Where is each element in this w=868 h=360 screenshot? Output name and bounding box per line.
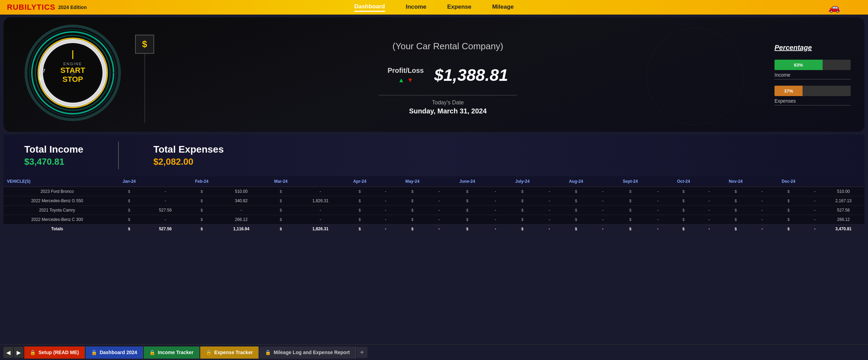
tab-setup-lock: 🔒 (30, 350, 36, 355)
income-bar-item: 63% Income (774, 60, 851, 79)
arrow-up-icon: ▲ (398, 77, 404, 84)
stop-text: STOP (60, 75, 85, 84)
tab-expense[interactable]: 🔒 Expense Tracker (200, 346, 259, 359)
start-text: START (60, 66, 85, 75)
engine-text-area: ENGINE START STOP (60, 62, 85, 84)
expenses-bar-label: Expenses (774, 98, 851, 105)
nav-income[interactable]: Income (406, 3, 426, 11)
col-jul: July-24 (503, 176, 542, 187)
col-jan: Jan-24 (111, 176, 148, 187)
bottom-tabs: ◀ ▶ 🔒 Setup (READ ME) 🔒 Dashboard 2024 🔒… (0, 344, 868, 360)
col-dollar-mar (299, 176, 342, 187)
table-row: 2022 Mercedes-Benz G 550$-$340.82$1,826.… (3, 196, 865, 206)
stats-row: Total Income $3,470.81 Total Expenses $2… (3, 135, 865, 176)
vehicle-cell: 2021 Toyota Camry (3, 206, 111, 215)
tab-setup[interactable]: 🔒 Setup (READ ME) (24, 346, 85, 359)
nav-dashboard[interactable]: Dashboard (354, 3, 385, 12)
col-nov: Nov-24 (717, 176, 754, 187)
stat-divider (118, 142, 119, 169)
dollar-icon: $ (142, 39, 147, 50)
totals-label: Totals (3, 224, 111, 234)
col-dollar-nov (755, 176, 770, 187)
col-vehicle: VEHICLE(S) (3, 176, 111, 187)
col-dollar-dec (807, 176, 823, 187)
total-expenses-label: Total Expenses (153, 144, 224, 155)
col-dollar-apr (378, 176, 393, 187)
tab-dashboard-label: Dashboard 2024 (100, 350, 137, 355)
col-sep: Sept-24 (610, 176, 650, 187)
tab-dashboard[interactable]: 🔒 Dashboard 2024 (86, 346, 143, 359)
today-date: Sunday, March 31, 2024 (379, 107, 517, 115)
tab-income-lock: 🔒 (149, 350, 155, 355)
tab-income[interactable]: 🔒 Income Tracker (144, 346, 200, 359)
vertical-divider (144, 54, 145, 123)
col-dec: Dec-24 (770, 176, 807, 187)
tab-dashboard-lock: 🔒 (91, 350, 97, 355)
total-income-label: Total Income (24, 144, 83, 155)
tab-setup-label: Setup (READ ME) (38, 350, 79, 355)
brand-name: RUBILYTICS (7, 3, 55, 12)
profit-amount: $1,388.81 (434, 66, 508, 85)
percentage-section: Percentage 63% Income 37% Expenses (774, 44, 865, 105)
income-bar-label: Income (774, 72, 851, 79)
expenses-pct-label: 37% (784, 88, 793, 94)
tab-next-btn[interactable]: ▶ (14, 347, 24, 358)
brand: RUBILYTICS 2024 Edition (7, 3, 87, 12)
col-dollar-sep (650, 176, 665, 187)
col-dollar-feb (220, 176, 263, 187)
col-dollar-jun (488, 176, 503, 187)
vehicle-cell: 2023 Ford Bronco (3, 187, 111, 196)
tab-expense-lock: 🔒 (206, 350, 212, 355)
arrows-row: ▲ ▼ (398, 77, 413, 84)
top-nav: RUBILYTICS 2024 Edition Dashboard Income… (0, 0, 868, 15)
profit-loss-label: Profit/Loss (388, 67, 424, 75)
col-jun: June-24 (446, 176, 488, 187)
nav-mileage[interactable]: Mileage (492, 3, 514, 11)
gauge-container: ENGINE START STOP (24, 24, 121, 121)
total-expenses-stat: Total Expenses $2,082.00 (153, 144, 224, 167)
table-header-row: VEHICLE(S) Jan-24 Feb-24 Mar-24 Apr-24 M… (3, 176, 865, 187)
center-info: (Your Car Rental Company) Profit/Loss ▲ … (121, 34, 774, 115)
gauge-section: Income | Expenses (3, 17, 121, 132)
income-pct-label: 63% (794, 62, 803, 68)
nav-expense[interactable]: Expense (447, 3, 471, 11)
vehicle-cell: 2022 Mercedes-Benz C 300 (3, 215, 111, 224)
dollar-button[interactable]: $ (135, 35, 154, 54)
expenses-bar-track: 37% (774, 86, 851, 96)
tab-mileage-label: Mileage Log and Expense Report (274, 350, 350, 355)
table-container: VEHICLE(S) Jan-24 Feb-24 Mar-24 Apr-24 M… (3, 176, 865, 234)
total-income-stat: Total Income $3,470.81 (24, 144, 83, 167)
tab-income-label: Income Tracker (158, 350, 194, 355)
income-bar-track: 63% (774, 60, 851, 70)
col-may: May-24 (393, 176, 432, 187)
date-section: Today's Date Sunday, March 31, 2024 (379, 95, 517, 115)
profit-loss-label-group: Profit/Loss ▲ ▼ (388, 67, 424, 84)
engine-label: ENGINE (60, 62, 85, 66)
total-income-value: $3,470.81 (24, 156, 83, 167)
col-aug: Aug-24 (557, 176, 595, 187)
col-total (822, 176, 865, 187)
tab-add-btn[interactable]: + (356, 347, 367, 358)
dashboard-panel: Income | Expenses (3, 17, 865, 132)
income-bar-fill: 63% (774, 60, 823, 70)
nav-links: Dashboard Income Expense Mileage (354, 3, 514, 12)
col-dollar-jul (542, 176, 557, 187)
profit-loss-section: Profit/Loss ▲ ▼ $1,388.81 (388, 66, 508, 85)
tab-expense-label: Expense Tracker (214, 350, 253, 355)
col-dollar-may (432, 176, 447, 187)
company-name: (Your Car Rental Company) (392, 41, 503, 52)
car-icon: 🚗 (828, 2, 840, 13)
col-dollar-jan (148, 176, 183, 187)
tab-mileage-lock: 🔒 (265, 350, 271, 355)
vehicle-cell: 2022 Mercedes-Benz G 550 (3, 196, 111, 206)
tab-prev-btn[interactable]: ◀ (3, 347, 13, 358)
expenses-bar-item: 37% Expenses (774, 86, 851, 105)
col-mar: Mar-24 (262, 176, 299, 187)
totals-row: Totals$527.56$1,116.94$1,826.31$-$-$-$-$… (3, 224, 865, 234)
total-expenses-value: $2,082.00 (153, 156, 224, 167)
decorative-circle (646, 28, 743, 125)
percentage-title: Percentage (774, 44, 812, 52)
income-table: VEHICLE(S) Jan-24 Feb-24 Mar-24 Apr-24 M… (3, 176, 865, 234)
table-row: 2022 Mercedes-Benz C 300$-$266.12$-$-$-$… (3, 215, 865, 224)
tab-mileage[interactable]: 🔒 Mileage Log and Expense Report (259, 346, 356, 359)
